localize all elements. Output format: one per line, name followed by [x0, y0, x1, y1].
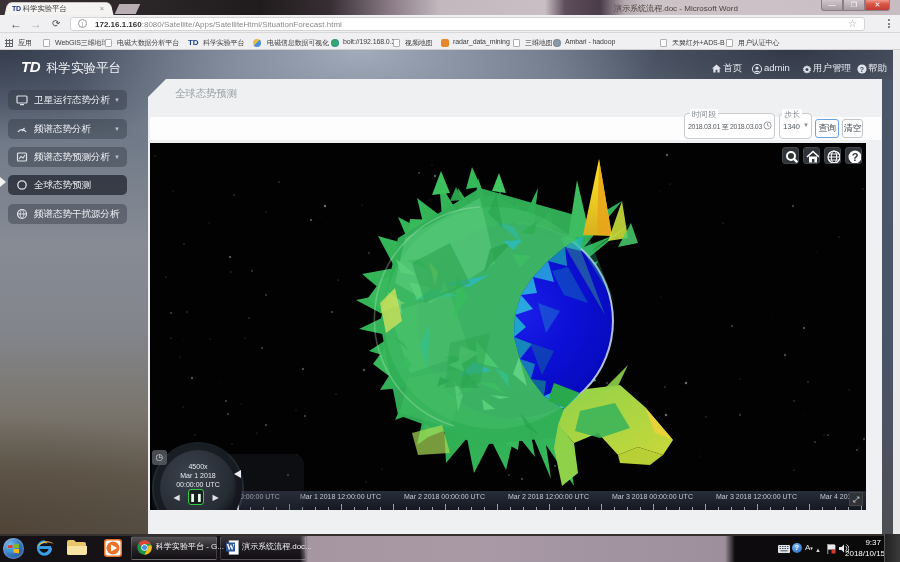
svg-text:?: ?	[852, 151, 859, 163]
svg-text:W: W	[227, 543, 235, 552]
svg-text:?: ?	[860, 65, 864, 72]
